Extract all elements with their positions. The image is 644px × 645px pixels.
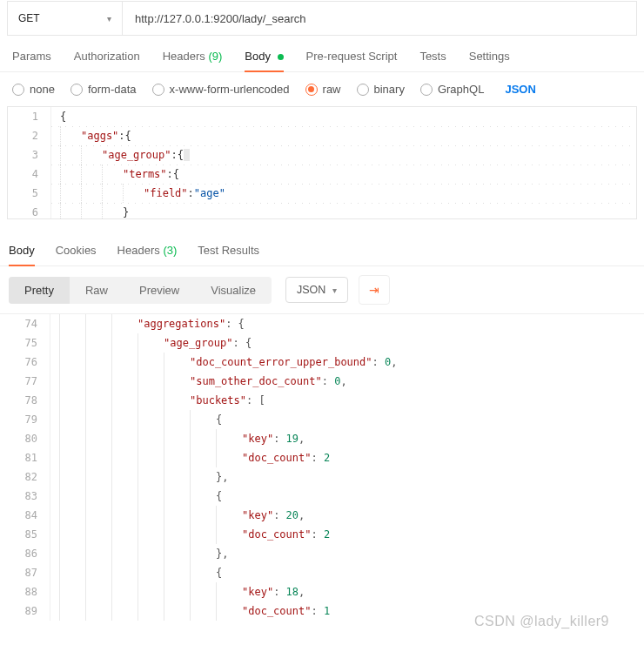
radio-xwww[interactable]: x-www-form-urlencoded — [152, 83, 290, 96]
radio-form-data[interactable]: form-data — [70, 83, 137, 96]
view-mode-segmented: Pretty Raw Preview Visualize — [9, 277, 272, 304]
response-view-toolbar: Pretty Raw Preview Visualize JSON ▾ ⇥ — [0, 266, 644, 313]
chevron-down-icon: ▾ — [107, 14, 111, 24]
view-preview[interactable]: Preview — [124, 277, 195, 304]
request-bar: GET ▾ — [7, 1, 637, 36]
wrap-lines-button[interactable]: ⇥ — [359, 275, 390, 305]
radio-raw[interactable]: raw — [305, 83, 341, 96]
radio-icon — [152, 84, 164, 96]
radio-icon — [357, 84, 369, 96]
tab-tests[interactable]: Tests — [419, 50, 446, 71]
request-tabs: Params Authorization Headers (9) Body Pr… — [0, 36, 644, 72]
wrap-icon: ⇥ — [369, 283, 379, 297]
view-raw[interactable]: Raw — [70, 277, 124, 304]
tab-body-label: Body — [245, 50, 271, 63]
http-method-select[interactable]: GET ▾ — [8, 2, 123, 35]
response-tabs: Body Cookies Headers (3) Test Results — [0, 232, 644, 266]
resp-tab-cookies[interactable]: Cookies — [56, 244, 97, 265]
radio-none[interactable]: none — [12, 83, 55, 96]
resp-tab-headers[interactable]: Headers (3) — [117, 244, 178, 265]
body-type-selector: none form-data x-www-form-urlencoded raw… — [0, 72, 644, 106]
tab-authorization[interactable]: Authorization — [74, 50, 140, 71]
body-language-select[interactable]: JSON — [505, 83, 535, 96]
tab-prerequest[interactable]: Pre-request Script — [306, 50, 398, 71]
tab-headers[interactable]: Headers (9) — [163, 50, 223, 71]
tab-body[interactable]: Body — [245, 50, 283, 71]
radio-icon — [420, 84, 433, 96]
resp-tab-body[interactable]: Body — [9, 244, 35, 265]
request-body-editor[interactable]: 1{ 2"aggs":{ 3"age_group":{ 4"terms":{ 5… — [7, 106, 637, 219]
radio-graphql[interactable]: GraphQL — [420, 83, 484, 96]
headers-count: (9) — [208, 50, 222, 63]
radio-icon — [305, 84, 318, 96]
response-language-select[interactable]: JSON ▾ — [285, 277, 348, 303]
resp-tab-testresults[interactable]: Test Results — [198, 244, 259, 265]
view-pretty[interactable]: Pretty — [9, 277, 70, 304]
cursor-position — [184, 149, 190, 161]
chevron-down-icon: ▾ — [332, 286, 337, 295]
response-body-viewer[interactable]: 74"aggregations": {75"age_group": {76"do… — [0, 313, 644, 621]
http-method-value: GET — [18, 12, 40, 24]
tab-params[interactable]: Params — [12, 50, 51, 71]
url-input[interactable] — [123, 2, 636, 35]
tab-headers-label: Headers — [163, 50, 205, 63]
resp-headers-count: (3) — [163, 244, 177, 257]
view-visualize[interactable]: Visualize — [195, 277, 272, 304]
radio-binary[interactable]: binary — [357, 83, 405, 96]
radio-icon — [12, 84, 24, 96]
radio-icon — [70, 84, 83, 96]
body-active-dot-icon — [278, 54, 284, 60]
tab-settings[interactable]: Settings — [469, 50, 510, 71]
